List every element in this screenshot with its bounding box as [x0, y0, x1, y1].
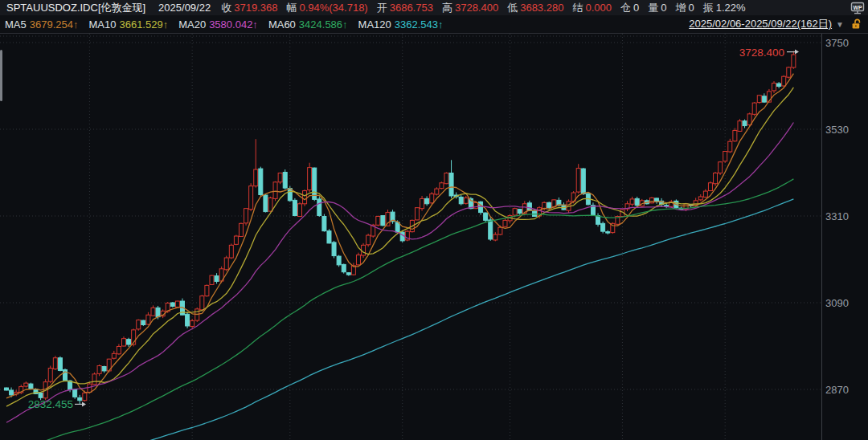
- candlestick-chart[interactable]: 375035303310309028703728.4002832.455: [0, 34, 868, 440]
- y-axis-label: 3090: [825, 297, 849, 309]
- grid-lines: [0, 34, 822, 440]
- chevron-down-icon[interactable]: ▼: [836, 20, 844, 29]
- quote-fields: 收3719.368幅0.94%(34.718)开3686.753高3728.40…: [221, 1, 754, 15]
- ma-legend-bar: MA53679.254↑MA103661.529↑MA203580.042↑MA…: [0, 15, 868, 33]
- ma-legend-ma20[interactable]: MA203580.042↑: [178, 18, 258, 31]
- quote-field-open: 开3686.753: [377, 1, 433, 15]
- unlock-icon[interactable]: [851, 18, 862, 30]
- candle-wicks: [6, 51, 793, 405]
- low-marker: 2832.455: [28, 398, 86, 410]
- ma-legend-ma60[interactable]: MA603424.586↑: [268, 18, 348, 31]
- ma5-line: [6, 74, 793, 398]
- quote-field-volume: 量0: [648, 1, 666, 15]
- high-marker: 3728.400: [739, 47, 799, 59]
- quote-field-close: 收3719.368: [221, 1, 277, 15]
- ma20-line: [6, 123, 793, 423]
- svg-text:3728.400: 3728.400: [739, 47, 784, 59]
- quote-field-low: 低3683.280: [507, 1, 563, 15]
- quote-field-settle: 结0.000: [572, 1, 612, 15]
- quote-field-position: 仓0: [620, 1, 639, 15]
- y-axis-label: 3530: [825, 124, 849, 136]
- ma10-line: [6, 88, 793, 406]
- y-axis-labels: 37503530331030902870: [825, 37, 849, 396]
- y-axis-label: 3750: [825, 37, 849, 49]
- quote-field-increase: 增0: [675, 1, 694, 15]
- quote-date: 2025/09/22: [158, 2, 211, 14]
- quote-field-change: 幅0.94%(34.718): [286, 1, 367, 15]
- ma60-line: [6, 179, 793, 440]
- ma-legend-ma10[interactable]: MA103661.529↑: [88, 18, 168, 31]
- symbol-name[interactable]: SPTAUUSDOZ.IDC[伦敦金现]: [6, 1, 145, 15]
- date-range-selector[interactable]: 2025/02/06-2025/09/22(162日): [689, 17, 832, 31]
- wp-monitor-icon[interactable]: WP: [850, 2, 866, 14]
- ma120-line: [6, 199, 793, 440]
- left-scrollbar-thumb[interactable]: [0, 50, 2, 101]
- ma-legend-ma5[interactable]: MA53679.254↑: [5, 18, 78, 31]
- ma-legend-ma120[interactable]: MA1203362.543↑: [358, 18, 444, 31]
- y-axis-label: 2870: [825, 384, 849, 396]
- y-axis-label: 3310: [825, 210, 849, 222]
- candle-bodies: [5, 55, 796, 401]
- ma-legend-items: MA53679.254↑MA103661.529↑MA203580.042↑MA…: [5, 18, 454, 31]
- svg-text:2832.455: 2832.455: [28, 398, 73, 410]
- quote-field-amplitude: 振1.22%: [703, 1, 746, 15]
- trading-app-window: { "header": { "symbol": "SPTAUUSDOZ.IDC[…: [0, 0, 868, 440]
- quote-bar: SPTAUUSDOZ.IDC[伦敦金现] 2025/09/22 收3719.36…: [0, 0, 868, 15]
- quote-field-high: 高3728.400: [442, 1, 498, 15]
- svg-text:WP: WP: [854, 4, 862, 10]
